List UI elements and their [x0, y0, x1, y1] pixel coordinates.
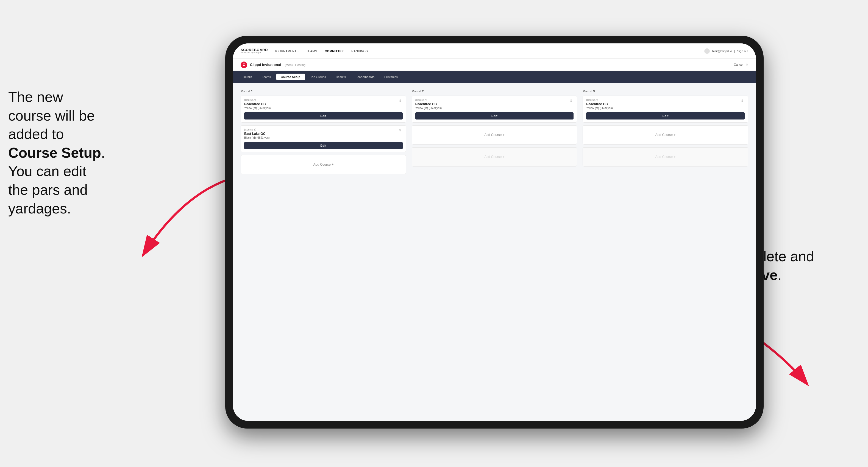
- annotation-left-line2: course will be: [8, 108, 95, 124]
- tournament-gender: (Men) Hosting: [285, 63, 305, 66]
- r2-course-a-name: Peachtree GC: [415, 102, 574, 106]
- delete-icon-r1b[interactable]: ⊗: [399, 128, 403, 133]
- annotation-left-line6: the pars and: [8, 182, 88, 198]
- r3-add-course-1-text: Add Course +: [655, 133, 676, 137]
- r1-course-b-tee: Black (M) (6891 yds): [244, 136, 403, 139]
- tabs-bar: Details Teams Course Setup Tee Groups Re…: [233, 71, 756, 83]
- r3-add-course-1[interactable]: Add Course +: [583, 125, 748, 145]
- r1-add-course[interactable]: Add Course +: [241, 155, 406, 174]
- round-2-course-a: ⊗ (Course A) Peachtree GC Yellow (M) (66…: [412, 96, 578, 123]
- tab-leaderboards[interactable]: Leaderboards: [351, 73, 379, 80]
- tournament-logo: C: [241, 62, 247, 68]
- tab-results[interactable]: Results: [331, 73, 350, 80]
- round-1-label: Round 1: [241, 90, 406, 93]
- round-3-label: Round 3: [583, 90, 748, 93]
- nav-tournaments[interactable]: TOURNAMENTS: [274, 50, 299, 53]
- round-3-column: Round 3 ⊗ (Course A) Peachtree GC Yellow…: [583, 90, 748, 177]
- r3-course-a-badge: (Course A): [586, 99, 745, 101]
- user-email: blair@clippd.io: [712, 50, 732, 53]
- r1-add-course-text: Add Course +: [313, 163, 334, 166]
- nav-links: TOURNAMENTS TEAMS COMMITTEE RANKINGS: [274, 50, 368, 53]
- tablet: SCOREBOARD Powered by clippd TOURNAMENTS…: [225, 36, 764, 429]
- brand-sub: Powered by clippd: [241, 52, 268, 54]
- r2-add-course-2-text: Add Course +: [484, 155, 505, 159]
- round-1-column: Round 1 ⊗ (Course A) Peachtree GC Yellow…: [241, 90, 406, 177]
- r3-course-a-tee: Yellow (M) (6629 yds): [586, 106, 745, 110]
- tournament-bar: C Clippd Invitational (Men) Hosting Canc…: [233, 59, 756, 71]
- rounds-grid: Round 1 ⊗ (Course A) Peachtree GC Yellow…: [241, 90, 748, 177]
- annotation-left-line3: added to: [8, 126, 64, 142]
- r3-course-a-name: Peachtree GC: [586, 102, 745, 106]
- top-nav: SCOREBOARD Powered by clippd TOURNAMENTS…: [233, 43, 756, 59]
- r1-course-a-tee: Yellow (M) (6629 yds): [244, 106, 403, 110]
- tournament-name: Clippd Invitational: [250, 63, 281, 67]
- round-2-column: Round 2 ⊗ (Course A) Peachtree GC Yellow…: [412, 90, 578, 177]
- delete-icon-r2a[interactable]: ⊗: [570, 99, 574, 103]
- brand-text: SCOREBOARD Powered by clippd: [241, 48, 268, 54]
- main-content: Round 1 ⊗ (Course A) Peachtree GC Yellow…: [233, 83, 756, 421]
- user-avatar: [704, 48, 710, 54]
- tab-details[interactable]: Details: [239, 73, 256, 80]
- nav-right: blair@clippd.io | Sign out: [704, 48, 748, 54]
- nav-separator: |: [734, 50, 735, 53]
- r2-course-a-tee: Yellow (M) (6629 yds): [415, 106, 574, 110]
- r1-course-b-badge: (Course B): [244, 128, 403, 131]
- nav-teams[interactable]: TEAMS: [306, 50, 317, 53]
- round-1-course-b: ⊗ (Course B) East Lake GC Black (M) (689…: [241, 125, 406, 152]
- round-2-label: Round 2: [412, 90, 578, 93]
- nav-rankings[interactable]: RANKINGS: [351, 50, 368, 53]
- annotation-left-line7: yardages.: [8, 200, 71, 216]
- r3-add-course-2-text: Add Course +: [655, 155, 676, 159]
- r2-add-course-1[interactable]: Add Course +: [412, 125, 578, 145]
- delete-icon-r1a[interactable]: ⊗: [399, 99, 403, 103]
- tab-course-setup[interactable]: Course Setup: [276, 73, 305, 80]
- tournament-bar-left: C Clippd Invitational (Men) Hosting: [241, 62, 305, 68]
- annotation-left-line5: You can edit: [8, 163, 86, 179]
- r1-course-a-badge: (Course A): [244, 99, 403, 101]
- r3-add-course-2: Add Course +: [583, 147, 748, 166]
- nav-brand: SCOREBOARD Powered by clippd: [241, 48, 268, 54]
- r1-course-a-edit-button[interactable]: Edit: [244, 112, 403, 120]
- r1-course-a-name: Peachtree GC: [244, 102, 403, 106]
- tablet-screen: SCOREBOARD Powered by clippd TOURNAMENTS…: [233, 43, 756, 421]
- cancel-button[interactable]: Cancel ✕: [734, 63, 748, 66]
- annotation-left-line1: The new: [8, 89, 63, 105]
- r3-course-a-edit-button[interactable]: Edit: [586, 112, 745, 120]
- r1-course-b-name: East Lake GC: [244, 132, 403, 136]
- delete-icon-r3a[interactable]: ⊗: [741, 99, 745, 103]
- r2-add-course-2: Add Course +: [412, 147, 578, 166]
- r2-add-course-1-text: Add Course +: [484, 133, 505, 137]
- annotation-left: The new course will be added to Course S…: [8, 88, 146, 218]
- sign-out-link[interactable]: Sign out: [737, 50, 748, 53]
- round-1-course-a: ⊗ (Course A) Peachtree GC Yellow (M) (66…: [241, 96, 406, 123]
- r1-course-b-edit-button[interactable]: Edit: [244, 142, 403, 149]
- tab-teams[interactable]: Teams: [258, 73, 275, 80]
- round-3-course-a: ⊗ (Course A) Peachtree GC Yellow (M) (66…: [583, 96, 748, 123]
- tab-tee-groups[interactable]: Tee Groups: [306, 73, 331, 80]
- nav-left: SCOREBOARD Powered by clippd TOURNAMENTS…: [241, 48, 368, 54]
- nav-committee[interactable]: COMMITTEE: [325, 50, 344, 53]
- r2-course-a-badge: (Course A): [415, 99, 574, 101]
- tab-printables[interactable]: Printables: [380, 73, 402, 80]
- annotation-course-setup: Course Setup: [8, 145, 101, 161]
- r2-course-a-edit-button[interactable]: Edit: [415, 112, 574, 120]
